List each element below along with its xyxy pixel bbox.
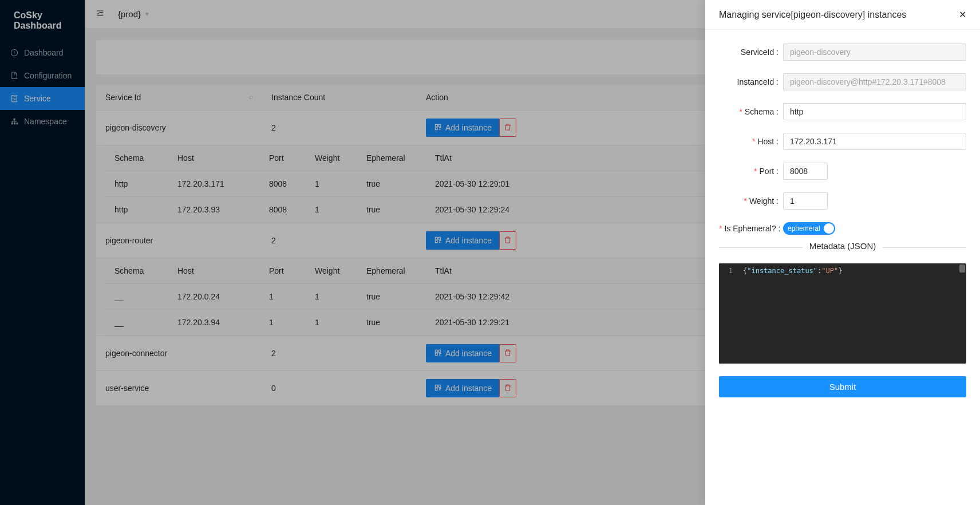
switch-knob xyxy=(824,223,834,234)
instance-drawer: Managing service[pigeon-discovery] insta… xyxy=(705,0,980,505)
metadata-legend: Metadata (JSON) xyxy=(803,241,883,251)
instance-id-input xyxy=(783,73,966,90)
submit-button[interactable]: Submit xyxy=(719,376,966,397)
service-id-input xyxy=(783,44,966,61)
drawer-title: Managing service[pigeon-discovery] insta… xyxy=(719,10,906,20)
code-content: {"instance_status":"UP"} xyxy=(738,263,966,364)
label-host: *Host : xyxy=(719,137,783,146)
weight-input[interactable] xyxy=(783,192,828,210)
label-service-id: ServiceId : xyxy=(719,48,783,57)
port-input[interactable] xyxy=(783,163,828,180)
schema-input[interactable] xyxy=(783,103,966,120)
close-icon[interactable]: ✕ xyxy=(959,9,966,20)
label-weight: *Weight : xyxy=(719,196,783,206)
label-port: *Port : xyxy=(719,167,783,176)
metadata-editor[interactable]: 1 {"instance_status":"UP"} xyxy=(719,263,966,364)
ephemeral-toggle[interactable]: ephemeral xyxy=(783,222,835,235)
code-line-number: 1 xyxy=(719,263,738,364)
editor-scrollbar[interactable] xyxy=(959,265,965,273)
label-ephemeral: *Is Ephemeral? : xyxy=(719,224,783,233)
label-instance-id: InstanceId : xyxy=(719,77,783,86)
label-schema: *Schema : xyxy=(719,107,783,116)
host-input[interactable] xyxy=(783,133,966,150)
